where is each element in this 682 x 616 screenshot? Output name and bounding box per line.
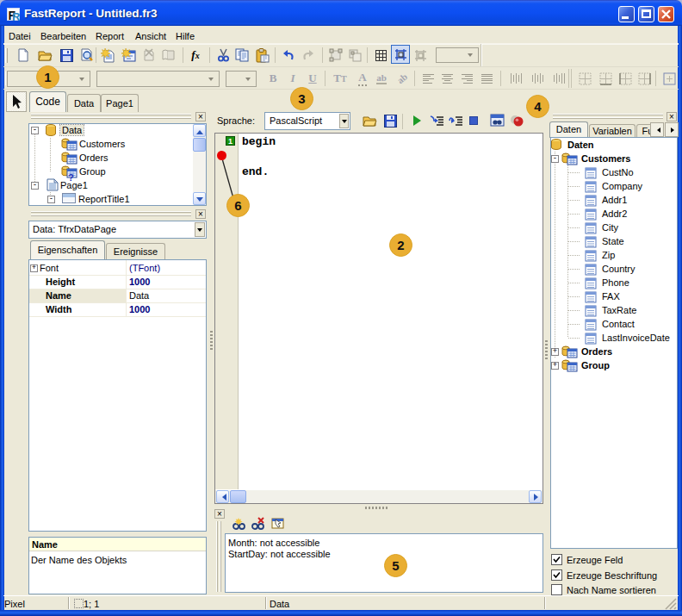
svg-text:R: R — [12, 10, 21, 22]
